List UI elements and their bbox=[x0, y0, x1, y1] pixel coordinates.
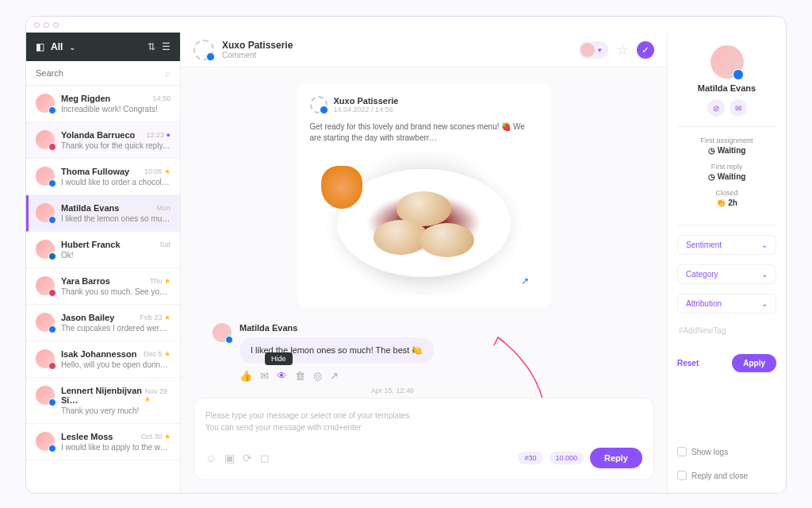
attribution-dropdown[interactable]: Attribution⌄ bbox=[677, 294, 776, 314]
conversation-item[interactable]: Leslee Moss Oct 30 I would like to apply… bbox=[26, 424, 180, 460]
conversation-name: Yolanda Barrueco bbox=[61, 130, 135, 140]
fb-badge-icon bbox=[48, 444, 56, 452]
conversation-item[interactable]: Yara Barros Thu Thank you so much. See y… bbox=[26, 268, 180, 305]
message-type: Comment bbox=[222, 51, 293, 60]
char-limit-tag: 10.000 bbox=[550, 452, 584, 464]
apply-button[interactable]: Apply bbox=[732, 354, 776, 372]
search-box[interactable]: ⌕ bbox=[26, 61, 180, 86]
comment-block: Matilda Evans I liked the lemon ones so … bbox=[213, 323, 635, 394]
main-content: Xuxo Patisserie Comment ▾ ☆ ✓ bbox=[181, 33, 667, 493]
category-dropdown[interactable]: Category⌄ bbox=[677, 264, 776, 284]
closed-value: 👏2h bbox=[677, 198, 776, 207]
tag-icon[interactable]: ◎ bbox=[313, 370, 322, 382]
conversation-time: Thu bbox=[150, 277, 170, 285]
conversation-item[interactable]: Meg Rigden 14:50 Increadible work! Congr… bbox=[26, 86, 180, 122]
conversation-preview: I liked the lemon ones so much! T… bbox=[61, 214, 170, 223]
brand-title: Xuxo Patisserie bbox=[222, 40, 293, 51]
conversation-item[interactable]: Yolanda Barrueco 12:23 Thank you for the… bbox=[26, 122, 180, 159]
conversation-preview: The cupcakes I ordered were delicio… bbox=[61, 324, 170, 333]
conversation-time: 14:50 bbox=[152, 94, 170, 102]
reply-composer[interactable]: Please type your message or select one o… bbox=[193, 398, 654, 480]
conversation-name: Meg Rigden bbox=[61, 94, 110, 103]
conversation-name: Thoma Fulloway bbox=[61, 167, 129, 176]
template-icon[interactable]: ⟳ bbox=[243, 452, 252, 464]
sidebar: ◧ All ⌄ ⇅ ☰ ⌕ Meg Rigden 14:50 Increadib… bbox=[26, 33, 181, 493]
mail-icon[interactable]: ✉ bbox=[260, 370, 269, 382]
search-input[interactable] bbox=[36, 68, 170, 78]
conversation-name: Yara Barros bbox=[61, 276, 110, 286]
commenter-avatar bbox=[213, 323, 232, 342]
chevron-down-icon: ⌄ bbox=[761, 270, 768, 279]
like-icon[interactable]: 👍 bbox=[239, 370, 252, 382]
conversation-item[interactable]: Lennert Nijenbijvan Si… Nov 29 Thank you… bbox=[26, 378, 180, 424]
browser-chrome bbox=[26, 17, 786, 33]
gif-icon[interactable]: ▣ bbox=[224, 452, 235, 464]
sentiment-dropdown[interactable]: Sentiment⌄ bbox=[677, 235, 776, 255]
reset-button[interactable]: Reset bbox=[677, 359, 699, 368]
ig-badge-icon bbox=[48, 289, 56, 297]
conversation-preview: Ok! bbox=[61, 251, 170, 260]
comment-actions: 👍 ✉ 👁 🗑 ◎ ↗ Hide bbox=[239, 370, 635, 382]
conversation-name: Matilda Evans bbox=[61, 203, 119, 213]
assignee-pill[interactable]: ▾ bbox=[579, 41, 608, 59]
first-assignment-value: ◷Waiting bbox=[677, 146, 776, 155]
ig-badge-icon bbox=[48, 362, 56, 370]
post-author: Xuxo Patisserie bbox=[334, 96, 399, 106]
block-button[interactable]: ⊘ bbox=[707, 99, 725, 117]
conversation-name: Lennert Nijenbijvan Si… bbox=[61, 386, 144, 405]
conversation-time: Feb 23 bbox=[140, 314, 170, 321]
conversation-time: 12:23 bbox=[147, 131, 170, 139]
external-icon[interactable]: ↗ bbox=[330, 370, 339, 382]
conversation-preview: I would like to order a chocolate cake… bbox=[61, 178, 170, 187]
chevron-down-icon: ▾ bbox=[598, 46, 602, 54]
conversation-avatar bbox=[36, 386, 55, 405]
star-button[interactable]: ☆ bbox=[616, 41, 629, 59]
inbox-icon: ◧ bbox=[36, 41, 44, 52]
conversation-item[interactable]: Isak Johannesson Dec 5 Hello, will you b… bbox=[26, 341, 180, 378]
conversation-time: Sat bbox=[159, 241, 170, 248]
conversation-preview: Thank you so much. See you tom… bbox=[61, 287, 170, 296]
emoji-icon[interactable]: ☺ bbox=[205, 452, 216, 464]
conversation-time: Dec 5 bbox=[144, 350, 170, 358]
open-external-icon[interactable]: ↗ bbox=[516, 272, 534, 290]
resolve-button[interactable]: ✓ bbox=[637, 41, 654, 59]
trash-icon[interactable]: 🗑 bbox=[295, 370, 305, 382]
conversation-name: Isak Johannesson bbox=[61, 349, 136, 359]
conversation-item[interactable]: Hubert Franck Sat Ok! bbox=[26, 232, 180, 268]
conversation-header: Xuxo Patisserie Comment ▾ ☆ ✓ bbox=[181, 33, 667, 67]
comment-timestamp: Apr 15, 12:46 bbox=[239, 387, 414, 394]
conversation-list[interactable]: Meg Rigden 14:50 Increadible work! Congr… bbox=[26, 86, 180, 493]
sort-icon[interactable]: ⇅ bbox=[147, 41, 155, 52]
sidebar-filter-header[interactable]: ◧ All ⌄ ⇅ ☰ bbox=[26, 33, 180, 61]
reply-button[interactable]: Reply bbox=[590, 448, 642, 468]
email-button[interactable]: ✉ bbox=[730, 99, 747, 117]
ig-badge-icon bbox=[48, 143, 56, 151]
conversation-item[interactable]: Matilda Evans Mon I liked the lemon ones… bbox=[26, 195, 180, 232]
conversation-time: 10:05 bbox=[144, 167, 170, 175]
conversation-item[interactable]: Thoma Fulloway 10:05 I would like to ord… bbox=[26, 159, 180, 195]
conversation-avatar bbox=[36, 167, 55, 186]
note-icon[interactable]: ◻ bbox=[260, 452, 270, 464]
conversation-time: Mon bbox=[156, 204, 170, 212]
hide-icon[interactable]: 👁 bbox=[277, 370, 287, 382]
reply-and-close-checkbox[interactable]: Reply and close bbox=[677, 471, 776, 480]
show-logs-checkbox[interactable]: Show logs bbox=[677, 447, 776, 456]
conversation-name: Leslee Moss bbox=[61, 432, 113, 441]
conversation-time: Oct 30 bbox=[141, 433, 170, 441]
composer-placeholder: Please type your message or select one o… bbox=[205, 410, 642, 435]
filter-all-label: All bbox=[51, 41, 63, 52]
filter-icon[interactable]: ☰ bbox=[162, 41, 170, 52]
first-assignment-label: First assignment bbox=[677, 137, 776, 144]
fb-badge-icon bbox=[48, 398, 56, 406]
fb-badge-icon bbox=[48, 325, 56, 333]
conversation-preview: Thank you for the quick reply. I will in… bbox=[61, 141, 170, 150]
conversation-avatar bbox=[36, 349, 55, 368]
post-text: Get ready for this lovely and brand new … bbox=[310, 121, 538, 144]
conversation-item[interactable]: Jason Bailey Feb 23 The cupcakes I order… bbox=[26, 305, 180, 341]
conversation-name: Hubert Franck bbox=[61, 240, 121, 249]
add-tag-input[interactable]: #AddNewTag bbox=[677, 323, 776, 338]
conversation-name: Jason Bailey bbox=[61, 313, 114, 322]
facebook-badge-icon bbox=[225, 336, 233, 344]
fb-badge-icon bbox=[48, 216, 56, 224]
fb-badge-icon bbox=[48, 179, 56, 187]
